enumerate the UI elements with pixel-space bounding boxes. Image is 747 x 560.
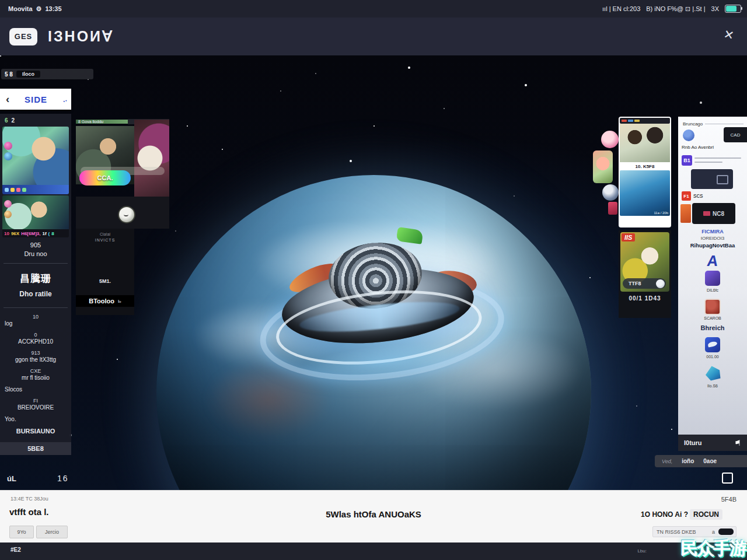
right-info-panel: Bruncago CAD Rnb Ao Avenbrl B1 F1 scs NC…	[678, 117, 747, 435]
highlight-pill[interactable]: ROCUN	[690, 509, 722, 520]
game-card-wrap: IIS TTF8 00/1 1D43	[619, 230, 671, 318]
game-card-tag: IIS	[622, 233, 635, 242]
game-card-caption: 00/1 1D43	[619, 295, 671, 302]
side-tab-label[interactable]: SIDE	[9, 94, 62, 104]
sidebar-menu: 10 log 0 ACCKPHD10 913 ggon the ltX3ttg …	[0, 314, 71, 435]
toolbar-input[interactable]: TN RISS6 DKEB a	[652, 526, 736, 537]
red-app-icon[interactable]	[704, 299, 721, 315]
sidebar-item[interactable]: CXE mr fl tisoiio	[0, 368, 71, 381]
toolbar-chip	[5, 188, 9, 192]
toolbar-chip	[11, 188, 15, 192]
space-station[interactable]	[247, 198, 511, 409]
avatar-card-1[interactable]	[2, 127, 69, 194]
input-suffix: a	[712, 529, 715, 535]
toolbar-button-2[interactable]: Jercio	[36, 526, 68, 538]
strip-chip	[628, 120, 633, 122]
panel-strip-button[interactable]: BTooloo Ь	[76, 295, 134, 307]
divider	[4, 307, 68, 308]
square-outline-icon[interactable]	[722, 473, 733, 484]
center-line-3: RihupagNovtBaa	[678, 242, 747, 249]
thumbnail-blue[interactable]: 11a / 20b	[620, 170, 670, 216]
sidebar-item[interactable]: 913 ggon the ltX3ttg	[0, 350, 71, 363]
bottom-tab-row[interactable]: Ved, ioño 0aoe	[655, 455, 747, 467]
stat-seg: H6[6M]3,	[21, 231, 40, 236]
battery-icon	[725, 5, 741, 13]
sidebar-item[interactable]: BURSIAUNO	[0, 428, 71, 435]
red-app-caption: SCAROB	[678, 316, 747, 320]
player-id: 905	[0, 241, 71, 250]
orange-badge	[680, 204, 691, 223]
brand-thumbnail[interactable]: NC8	[692, 203, 735, 224]
teal-app-icon[interactable]	[704, 365, 721, 382]
toolbar-right-title: 1O HONO Ai ? ROCUN	[641, 509, 722, 520]
input-dark-button[interactable]	[718, 528, 734, 535]
brand-mini-chip	[703, 211, 710, 216]
friend-avatar-tall[interactable]	[593, 150, 613, 183]
sidebar-item[interactable]: FI BREIOVOIRE	[0, 398, 71, 411]
carrier-label: Moovita	[8, 5, 33, 12]
close-icon[interactable]: ✕	[722, 27, 735, 43]
b1-badge[interactable]: B1	[682, 155, 692, 166]
f1-label: scs	[693, 192, 703, 199]
badge-green: 6	[5, 117, 8, 124]
game-card[interactable]: IIS TTF8	[620, 232, 669, 292]
red-badge	[608, 202, 617, 215]
purple-app-icon[interactable]	[705, 271, 720, 286]
dark-panel-camera	[76, 197, 169, 229]
sidebar-item[interactable]: 10 log	[0, 314, 71, 327]
avatar-card-2[interactable]: 10 96X H6[6M]3, 1f ( 8	[2, 195, 69, 237]
friend-avatar[interactable]	[602, 184, 619, 201]
capsule-avatar-icon	[656, 279, 665, 288]
sidebar-item[interactable]: Yoo.	[0, 416, 71, 422]
thumbnail-meta: 11a / 20b	[654, 211, 668, 215]
blue-app-icon[interactable]	[705, 337, 720, 352]
flag-icon[interactable]: ⚑	[734, 439, 741, 447]
section-subtitle: Dho ratile	[0, 290, 71, 298]
panel-thumbnail[interactable]	[691, 169, 733, 189]
cad-button[interactable]: CAD	[724, 127, 747, 142]
sidebar-footer-button[interactable]: 5BE8	[0, 442, 71, 455]
tab-active[interactable]: ioño	[682, 458, 694, 464]
toolbar-chip	[16, 188, 20, 192]
star-field	[0, 55, 1, 57]
tab-other[interactable]: 0aoe	[703, 458, 717, 464]
emoji-badge-icon[interactable]	[118, 206, 135, 223]
game-card-capsule[interactable]: TTF8	[623, 278, 666, 289]
player-name: Dru noo	[0, 250, 71, 258]
f1-badge[interactable]: F1	[682, 191, 691, 201]
friend-avatar[interactable]	[601, 131, 619, 148]
badge-white: 2	[12, 117, 15, 124]
panel-line: Rnb Ao Avenbrl	[682, 145, 714, 150]
sidebar-item[interactable]: Slocos	[0, 386, 71, 393]
panel-value: 5M1.	[76, 278, 134, 284]
thumbnail-duo[interactable]	[620, 124, 670, 162]
strip-chip	[634, 120, 640, 122]
stats-strip: 10 96X H6[6M]3, 1f ( 8	[2, 229, 69, 237]
mini-avatar-icon	[4, 152, 12, 160]
hand-icon[interactable]: úL	[7, 474, 16, 483]
stream-card-title: 8 Gova lloddu	[76, 120, 128, 124]
card-toolbar	[2, 185, 69, 194]
toolbar-meta: 13:4E TC 38Jou	[11, 496, 48, 502]
toolbar-button-1[interactable]: 9Yo	[9, 526, 34, 538]
stat-seg: 96X	[11, 231, 19, 236]
center-line-2: IOREIDOI3	[678, 236, 747, 241]
counter-label: 16	[57, 474, 69, 483]
rainbow-pill-button[interactable]: CCA.	[79, 170, 131, 186]
section-title: 昌騰珊	[0, 272, 71, 285]
placeholder-lines	[694, 158, 741, 166]
stat-seg: 8	[51, 231, 54, 236]
app-header: GES ІЗНОИ∀ ✕	[0, 18, 747, 57]
network-indicator: ııl | EN cl:203	[602, 5, 640, 12]
panel-bottom-strip[interactable]: I0turu ⚑	[678, 435, 747, 451]
stream-card[interactable]: 8 Gova lloddu ıOM 9 CCA.	[76, 117, 169, 184]
page-title: ІЗНОИ∀	[48, 28, 114, 45]
gallery-card-label: 10. K5F8	[620, 162, 670, 170]
sidebar-badges: 6 2	[0, 114, 71, 125]
profile-circle-icon[interactable]	[683, 130, 694, 141]
tab-dim[interactable]: Ved,	[662, 459, 672, 464]
app-logo[interactable]: GES	[9, 28, 37, 46]
gallery-card[interactable]: 10. K5F8 11a / 20b	[619, 117, 671, 228]
sidebar-item[interactable]: 0 ACCKPHD10	[0, 332, 71, 345]
chip-row[interactable]: 5 8 Iloco	[1, 69, 93, 79]
